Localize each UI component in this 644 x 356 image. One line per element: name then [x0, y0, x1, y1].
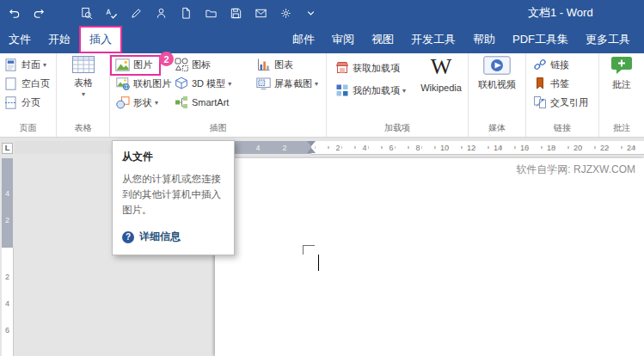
- cover-page-icon: [3, 58, 19, 71]
- group-label-illustrations: 插图: [110, 122, 326, 134]
- icons-button[interactable]: 图标: [170, 55, 211, 74]
- group-links: 链接 书签 交叉引用 链接: [526, 53, 599, 137]
- my-addins-button[interactable]: 我的加载项 ▾: [331, 81, 406, 100]
- new-document-icon[interactable]: [178, 5, 193, 21]
- chevron-down-icon: ▾: [228, 80, 231, 88]
- ruler-number: 16: [520, 144, 529, 152]
- first-line-indent-marker[interactable]: [307, 141, 316, 146]
- save-icon[interactable]: [228, 5, 243, 21]
- group-label-comments: 批注: [599, 122, 644, 134]
- text-cursor: [318, 255, 319, 271]
- shapes-button[interactable]: 形状 ▾: [112, 93, 158, 112]
- tab-mailings[interactable]: 邮件: [284, 26, 323, 53]
- group-label-pages: 页面: [0, 122, 56, 134]
- online-pictures-icon: [114, 77, 131, 90]
- screenshot-icon: [255, 77, 272, 90]
- draw-icon[interactable]: [128, 5, 144, 21]
- 3d-models-button[interactable]: 3D 模型 ▾: [170, 74, 231, 93]
- tab-developer[interactable]: 开发工具: [402, 26, 464, 53]
- blank-page-button[interactable]: 空白页: [0, 74, 50, 93]
- chart-icon: [255, 58, 272, 71]
- chevron-down-icon: ▾: [315, 80, 318, 88]
- ruler-number: 4: [0, 299, 15, 308]
- get-addins-button[interactable]: 获取加载项: [331, 58, 400, 77]
- ruler-number: 2: [335, 144, 340, 152]
- window-title: 文档1 - Word: [528, 0, 593, 26]
- tooltip-help-link[interactable]: ? 详细信息: [122, 230, 224, 244]
- screenshot-button[interactable]: 屏幕截图 ▾: [253, 74, 318, 93]
- tooltip-body: 从您的计算机或您连接到的其他计算机中插入图片。: [122, 172, 224, 218]
- undo-icon[interactable]: [6, 5, 21, 21]
- online-video-button[interactable]: 联机视频: [474, 56, 520, 91]
- table-icon: [71, 56, 95, 73]
- cover-page-button[interactable]: 封面 ▾: [0, 55, 46, 74]
- quick-access-toolbar: [0, 5, 328, 21]
- tab-stop-selector[interactable]: L: [2, 143, 13, 154]
- ribbon-tab-row: 文件 开始 插入 邮件 审阅 视图 开发工具 帮助 PDF工具集 更多工具: [0, 26, 644, 53]
- comment-button[interactable]: 批注: [602, 56, 641, 91]
- tab-file[interactable]: 文件: [0, 26, 40, 53]
- qat-more-icon[interactable]: [303, 5, 318, 21]
- text-boundary-corner-mark: [303, 245, 315, 255]
- bookmark-button[interactable]: 书签: [529, 74, 569, 93]
- tab-more-tools[interactable]: 更多工具: [577, 26, 639, 53]
- picture-button[interactable]: 图片: [112, 55, 152, 74]
- bookmark-icon: [531, 77, 548, 90]
- get-addins-icon: [334, 61, 350, 75]
- picture-tooltip: 从文件 从您的计算机或您连接到的其他计算机中插入图片。 ? 详细信息: [112, 140, 235, 255]
- page-break-button[interactable]: 分页: [0, 93, 40, 112]
- document-page[interactable]: 软件自学网: RJZXW.COM: [215, 158, 644, 356]
- open-icon[interactable]: [203, 5, 218, 21]
- chevron-down-icon: ▾: [155, 99, 158, 107]
- tab-review[interactable]: 审阅: [323, 26, 363, 53]
- group-table: 表格 ▾ 表格: [57, 53, 110, 137]
- tab-insert[interactable]: 插入: [79, 26, 122, 53]
- ruler-number: 4: [255, 144, 260, 152]
- help-icon: ?: [122, 231, 134, 243]
- shapes-icon: [114, 96, 131, 109]
- group-label-media: 媒体: [469, 122, 525, 134]
- annotation-step-badge: 2: [159, 52, 174, 66]
- icons-icon: [173, 58, 189, 71]
- link-button[interactable]: 链接: [529, 55, 569, 74]
- wikipedia-button[interactable]: W Wikipedia: [418, 55, 464, 93]
- group-label-table: 表格: [57, 122, 109, 134]
- chevron-down-icon: ▾: [82, 90, 85, 98]
- ruler-number: 2: [282, 144, 286, 152]
- online-pictures-button[interactable]: 联机图片: [112, 74, 171, 93]
- link-icon: [531, 58, 548, 71]
- spelling-icon[interactable]: [103, 5, 119, 21]
- group-addins: 获取加载项 我的加载项 ▾ W Wikipedia 加载项: [327, 53, 469, 137]
- page-break-icon: [3, 96, 19, 109]
- tab-view[interactable]: 视图: [363, 26, 402, 53]
- table-button[interactable]: 表格 ▾: [60, 56, 107, 98]
- ruler-number: 20: [573, 144, 582, 152]
- email-icon[interactable]: [253, 5, 268, 21]
- touch-mode-icon[interactable]: [278, 5, 293, 21]
- cross-reference-button[interactable]: 交叉引用: [529, 93, 588, 112]
- ruler-number: 6: [0, 326, 15, 335]
- ruler-number: 10: [440, 144, 449, 152]
- tab-help[interactable]: 帮助: [464, 26, 504, 53]
- tab-pdf-tools[interactable]: PDF工具集: [504, 26, 577, 53]
- ruler-number: 22: [600, 144, 609, 152]
- group-label-links: 链接: [526, 122, 598, 134]
- 3d-model-icon: [173, 77, 189, 90]
- ruler-number: 8: [415, 144, 420, 152]
- contact-icon[interactable]: [153, 5, 169, 21]
- title-bar: 文档1 - Word: [0, 0, 644, 26]
- redo-icon[interactable]: [31, 5, 46, 21]
- ruler-number: 24: [627, 144, 635, 152]
- print-preview-icon[interactable]: [78, 5, 94, 21]
- smartart-button[interactable]: SmartArt: [170, 93, 229, 112]
- ruler-number: 18: [547, 144, 555, 152]
- cross-reference-icon: [531, 95, 548, 109]
- horizontal-ruler: 4 2 2 4 6 8 10 12 14 16 18 20 22 24: [15, 138, 644, 158]
- ruler-number: 4: [0, 189, 15, 198]
- chart-button[interactable]: 图表: [253, 55, 293, 74]
- my-addins-icon: [334, 83, 350, 97]
- tab-row-spacer: [122, 26, 284, 53]
- hanging-indent-marker[interactable]: [307, 148, 316, 153]
- tab-home[interactable]: 开始: [40, 26, 79, 53]
- tooltip-title: 从文件: [122, 150, 224, 164]
